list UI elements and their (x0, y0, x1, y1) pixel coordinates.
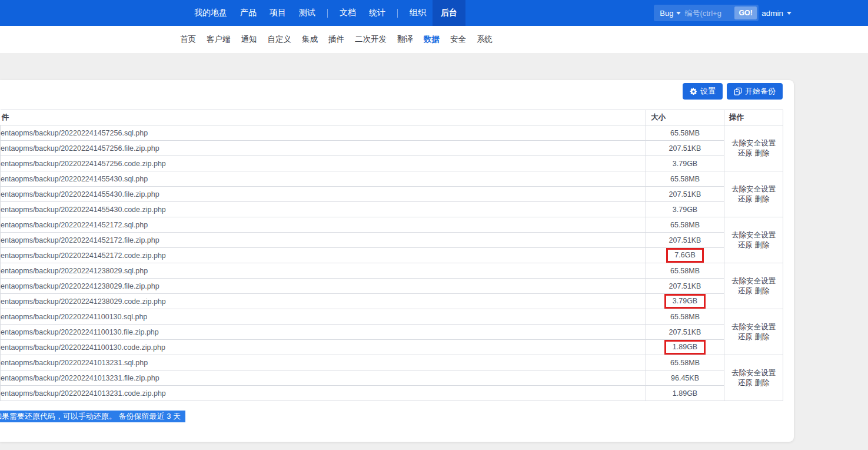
action-line-2: 还原 删除 (724, 194, 783, 204)
backup-file-path: entaopms/backup/202202241238029.sql.php (1, 263, 646, 279)
table-row: entaopms/backup/202202241455430.file.zip… (1, 187, 783, 202)
username-label: admin (761, 9, 783, 18)
delete-link[interactable]: 删除 (754, 149, 769, 157)
restore-link[interactable]: 还原 (738, 287, 753, 295)
file-size: 1.89GB (646, 386, 724, 401)
action-cell: 去除安全设置还原 删除 (724, 355, 783, 401)
subnav-item-system[interactable]: 系统 (471, 34, 498, 45)
nav-item-doc[interactable]: 文档 (333, 0, 363, 26)
table-header-row: 件 大小 操作 (1, 110, 783, 125)
gear-icon (690, 88, 697, 95)
file-size: 207.51KB (646, 141, 724, 156)
backup-file-path: entaopms/backup/202202241238029.code.zip… (1, 294, 646, 309)
nav-item-admin[interactable]: 后台 (433, 0, 465, 26)
red-highlight-box: 3.79GB (664, 294, 706, 309)
go-button[interactable]: GO! (734, 6, 757, 19)
delete-link[interactable]: 删除 (754, 379, 769, 387)
remove-security-link[interactable]: 去除安全设置 (731, 277, 776, 285)
subnav-item-integration[interactable]: 集成 (297, 34, 323, 45)
restore-link[interactable]: 还原 (738, 195, 753, 203)
subnav-item-client[interactable]: 客户端 (201, 34, 236, 45)
settings-button-label: 设置 (700, 86, 716, 97)
file-size: 3.79GB (646, 202, 724, 217)
table-row: entaopms/backup/202202241457256.code.zip… (1, 156, 783, 171)
nav-item-project[interactable]: 项目 (263, 0, 292, 26)
file-size: 7.6GB (646, 248, 724, 263)
delete-link[interactable]: 删除 (754, 241, 769, 249)
nav-item-my-dashboard[interactable]: 我的地盘 (188, 0, 234, 26)
subnav-item-safe[interactable]: 安全 (445, 34, 471, 45)
file-size: 207.51KB (646, 279, 724, 294)
remove-security-link[interactable]: 去除安全设置 (731, 369, 776, 377)
backup-file-path: entaopms/backup/202202241100130.sql.php (1, 309, 646, 325)
nav-item-product[interactable]: 产品 (234, 0, 263, 26)
remove-security-link[interactable]: 去除安全设置 (731, 231, 776, 239)
file-size: 3.79GB (646, 156, 724, 171)
file-size: 65.58MB (646, 125, 724, 141)
restore-link[interactable]: 还原 (738, 241, 753, 249)
file-size: 65.58MB (646, 171, 724, 187)
table-row: entaopms/backup/202202241455430.code.zip… (1, 202, 783, 217)
backup-note-text: 如果需要还原代码，可以手动还原。 备份保留最近 3 天 (0, 412, 181, 421)
action-line-1: 去除安全设置 (724, 230, 783, 240)
settings-button[interactable]: 设置 (683, 83, 723, 100)
nav-item-qa[interactable]: 测试 (292, 0, 322, 26)
column-header-file: 件 (1, 110, 646, 125)
backup-file-path: entaopms/backup/202202241100130.file.zip… (1, 325, 646, 340)
action-cell: 去除安全设置还原 删除 (724, 217, 783, 263)
backup-file-path: entaopms/backup/202202241100130.code.zip… (1, 340, 646, 355)
remove-security-link[interactable]: 去除安全设置 (731, 185, 776, 193)
action-cell: 去除安全设置还原 删除 (724, 309, 783, 355)
subnav-item-notify[interactable]: 通知 (236, 34, 262, 45)
delete-link[interactable]: 删除 (754, 195, 769, 203)
file-size: 207.51KB (646, 233, 724, 248)
start-backup-button[interactable]: 开始备份 (727, 83, 783, 100)
action-cell: 去除安全设置还原 删除 (724, 171, 783, 217)
action-line-1: 去除安全设置 (724, 322, 783, 332)
nav-divider (327, 9, 328, 18)
backup-file-path: entaopms/backup/202202241452172.code.zip… (1, 248, 646, 263)
backup-file-path: entaopms/backup/202202241013231.sql.php (1, 355, 646, 370)
file-size: 65.58MB (646, 263, 724, 279)
search-input[interactable] (683, 9, 733, 18)
backup-file-path: entaopms/backup/202202241457256.code.zip… (1, 156, 646, 171)
restore-link[interactable]: 还原 (738, 379, 753, 387)
top-navbar: 我的地盘产品项目测试文档统计组织后台 Bug GO! admin (0, 0, 868, 26)
action-line-2: 还原 删除 (724, 148, 783, 158)
subnav-item-data[interactable]: 数据 (418, 34, 445, 45)
action-line-2: 还原 删除 (724, 378, 783, 388)
table-row: entaopms/backup/202202241452172.code.zip… (1, 248, 783, 263)
search-type-dropdown[interactable]: Bug (654, 9, 683, 18)
nav-item-org[interactable]: 组织 (403, 0, 433, 26)
backup-panel: 设置 开始备份 件 大小 操作 entaopms/backup/20220224… (0, 80, 794, 442)
table-row: entaopms/backup/202202241452172.file.zip… (1, 233, 783, 248)
subnav-item-extension[interactable]: 插件 (323, 34, 350, 45)
user-menu[interactable]: admin (761, 0, 791, 26)
file-size: 65.58MB (646, 355, 724, 370)
subnav-item-home[interactable]: 首页 (175, 34, 201, 45)
table-row: entaopms/backup/202202241100130.sql.php6… (1, 309, 783, 325)
delete-link[interactable]: 删除 (754, 333, 769, 341)
file-size: 207.51KB (646, 325, 724, 340)
file-size: 96.45KB (646, 370, 724, 386)
nav-item-report[interactable]: 统计 (363, 0, 392, 26)
table-row: entaopms/backup/202202241238029.file.zip… (1, 279, 783, 294)
action-cell: 去除安全设置还原 删除 (724, 125, 783, 171)
remove-security-link[interactable]: 去除安全设置 (731, 139, 776, 147)
action-line-2: 还原 删除 (724, 240, 783, 250)
subnav-item-translate[interactable]: 翻译 (392, 34, 418, 45)
red-highlight-box: 1.89GB (664, 340, 706, 355)
toolbar: 设置 开始备份 (683, 83, 783, 100)
file-size: 3.79GB (646, 294, 724, 309)
chevron-down-icon (787, 12, 791, 15)
subnav-item-custom[interactable]: 自定义 (262, 34, 297, 45)
file-size: 207.51KB (646, 187, 724, 202)
restore-link[interactable]: 还原 (738, 333, 753, 341)
search-type-label: Bug (660, 9, 673, 18)
delete-link[interactable]: 删除 (754, 287, 769, 295)
remove-security-link[interactable]: 去除安全设置 (731, 323, 776, 331)
backup-note-highlight: 如果需要还原代码，可以手动还原。 备份保留最近 3 天 (0, 411, 185, 422)
restore-link[interactable]: 还原 (738, 149, 753, 157)
quick-search-group: Bug GO! (654, 5, 759, 21)
subnav-item-dev[interactable]: 二次开发 (350, 34, 392, 45)
